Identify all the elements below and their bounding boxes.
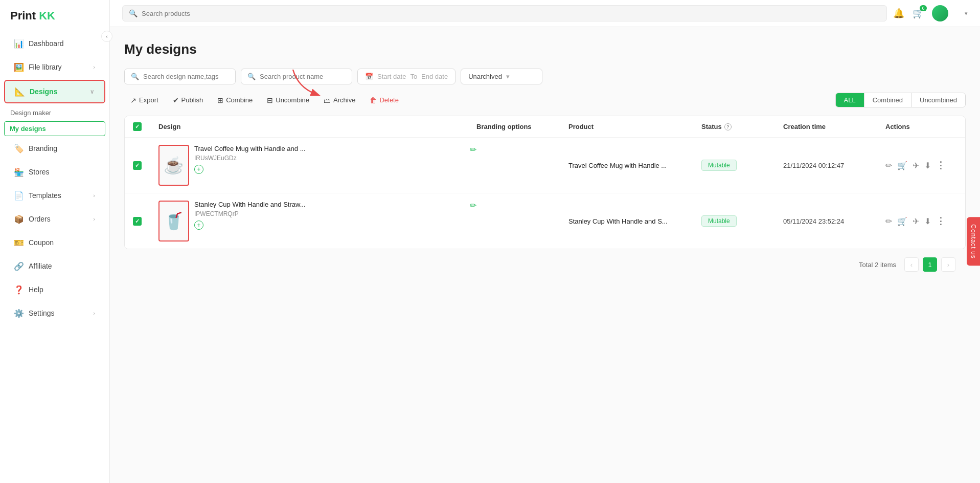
row1-edit-button[interactable]: ✏ <box>885 161 892 170</box>
row2-share-button[interactable]: ✈ <box>913 216 919 226</box>
row2-more-button[interactable]: ⋮ <box>936 215 945 227</box>
row2-product-name: Stanley Cup With Handle and S... <box>568 217 668 225</box>
row1-download-button[interactable]: ⬇ <box>924 161 931 170</box>
filter-tab-all[interactable]: ALL <box>836 93 864 107</box>
topbar-icons: 🔔 🛒 6 ▾ <box>893 5 968 21</box>
row2-edit-icon[interactable]: ✏ <box>470 201 476 210</box>
row1-cart-button[interactable]: 🛒 <box>897 161 907 170</box>
file-library-icon: 🖼️ <box>14 62 24 72</box>
th-checkbox: ✓ <box>133 122 158 131</box>
sidebar-item-orders[interactable]: 📦 Orders › <box>4 208 105 230</box>
end-date-label: End date <box>421 73 448 80</box>
topbar-search[interactable]: 🔍 <box>122 5 887 21</box>
logo-kk: KK <box>39 9 55 23</box>
status-info-icon[interactable]: ? <box>724 123 732 130</box>
contact-us-button[interactable]: Contact us <box>967 217 980 266</box>
sidebar-item-label: Orders <box>29 215 51 223</box>
row2-edit-button[interactable]: ✏ <box>885 216 892 226</box>
designs-submenu: Design maker My designs <box>0 104 109 137</box>
row1-status-cell: Mutable <box>701 160 783 171</box>
designs-table: ✓ Design Branding options Product Status… <box>124 116 966 249</box>
row1-design-id: IRUsWJEuGDz <box>194 155 465 162</box>
export-button[interactable]: ↗ Export <box>124 93 165 107</box>
search-design-input[interactable] <box>143 73 229 80</box>
date-range-filter[interactable]: 📅 Start date To End date <box>357 69 455 84</box>
sidebar: PrintKK 📊 Dashboard 🖼️ File library › 📐 … <box>0 0 110 483</box>
row2-actions: ✏ 🛒 ✈ ⬇ ⋮ <box>885 215 957 227</box>
logo-print: Print <box>10 9 36 23</box>
row2-add-button[interactable]: + <box>194 221 203 230</box>
notification-button[interactable]: 🔔 <box>893 8 904 19</box>
avatar[interactable] <box>932 5 948 21</box>
designs-icon: 📐 <box>15 87 25 96</box>
sidebar-item-designs[interactable]: 📐 Designs ∨ <box>4 80 105 103</box>
date-separator: To <box>410 73 417 80</box>
sidebar-item-label: Dashboard <box>29 39 64 48</box>
filter-bar: 🔍 🔍 📅 Start date To End date Unarchived … <box>124 69 966 84</box>
table-row: ✓ 🥤 Stanley Cup With Handle and Straw...… <box>125 193 965 249</box>
sidebar-item-dashboard[interactable]: 📊 Dashboard <box>4 33 105 54</box>
row1-share-button[interactable]: ✈ <box>913 161 919 170</box>
sidebar-item-settings[interactable]: ⚙️ Settings › <box>4 302 105 324</box>
sidebar-item-label: Affiliate <box>29 262 52 270</box>
export-icon: ↗ <box>130 96 136 104</box>
row2-time-value: 05/11/2024 23:52:24 <box>783 217 844 225</box>
sidebar-item-help[interactable]: ❓ Help <box>4 279 105 300</box>
row1-edit-icon[interactable]: ✏ <box>470 145 476 155</box>
row1-checkbox-cell: ✓ <box>133 161 158 170</box>
search-product-input[interactable] <box>260 73 346 80</box>
publish-icon: ✔ <box>173 96 179 104</box>
sidebar-item-coupon[interactable]: 🎫 Coupon <box>4 232 105 253</box>
archive-button[interactable]: 🗃 Archive <box>317 93 361 107</box>
row1-add-button[interactable]: + <box>194 165 203 174</box>
pagination-page-1[interactable]: 1 <box>923 257 937 272</box>
app-logo: PrintKK <box>0 0 109 32</box>
row2-checkbox[interactable]: ✓ <box>133 217 142 226</box>
sidebar-item-label: File library <box>29 63 62 71</box>
sidebar-item-file-library[interactable]: 🖼️ File library › <box>4 56 105 78</box>
row1-creation-time: 21/11/2024 00:12:47 <box>783 161 885 169</box>
status-filter[interactable]: Unarchived ▾ <box>461 69 542 84</box>
branding-icon: 🏷️ <box>14 144 24 153</box>
filter-tab-uncombined[interactable]: Uncombined <box>911 93 965 107</box>
cart-button[interactable]: 🛒 6 <box>913 8 924 19</box>
row1-product-name: Travel Coffee Mug with Handle ... <box>568 162 667 169</box>
uncombine-button[interactable]: ⊟ Uncombine <box>261 93 315 107</box>
row1-thumb-wrap: ☕ <box>158 145 189 186</box>
th-creation-time: Creation time <box>783 123 885 130</box>
sidebar-item-my-designs[interactable]: My designs <box>4 121 105 136</box>
sidebar-item-stores[interactable]: 🏪 Stores <box>4 161 105 183</box>
row2-download-button[interactable]: ⬇ <box>924 216 931 226</box>
search-icon: 🔍 <box>129 9 138 17</box>
user-dropdown-arrow[interactable]: ▾ <box>965 10 968 17</box>
combine-button[interactable]: ⊞ Combine <box>211 93 259 107</box>
sidebar-collapse-button[interactable]: ‹ <box>101 31 112 42</box>
pagination-prev[interactable]: ‹ <box>904 257 919 272</box>
row2-cart-button[interactable]: 🛒 <box>897 216 907 226</box>
th-actions: Actions <box>885 123 957 130</box>
row1-more-button[interactable]: ⋮ <box>936 160 945 171</box>
search-input[interactable] <box>142 10 880 17</box>
publish-button[interactable]: ✔ Publish <box>167 93 210 107</box>
row2-product-cell: Stanley Cup With Handle and S... <box>568 217 701 225</box>
delete-button[interactable]: 🗑 Delete <box>363 93 405 107</box>
templates-icon: 📄 <box>14 191 24 200</box>
sidebar-item-affiliate[interactable]: 🔗 Affiliate <box>4 255 105 277</box>
filter-tab-combined[interactable]: Combined <box>864 93 911 107</box>
row1-checkbox[interactable]: ✓ <box>133 161 142 170</box>
row1-design-name: Travel Coffee Mug with Handle and ... <box>194 145 465 152</box>
archive-icon: 🗃 <box>324 96 331 104</box>
sidebar-item-templates[interactable]: 📄 Templates › <box>4 185 105 206</box>
select-all-checkbox[interactable]: ✓ <box>133 122 142 131</box>
sidebar-item-branding[interactable]: 🏷️ Branding <box>4 138 105 159</box>
pagination-next[interactable]: › <box>941 257 955 272</box>
row1-time-value: 21/11/2024 00:12:47 <box>783 162 844 169</box>
search-design-input-wrap[interactable]: 🔍 <box>124 69 236 84</box>
th-product: Product <box>568 123 701 130</box>
help-icon: ❓ <box>14 285 24 294</box>
sidebar-item-design-maker[interactable]: Design maker <box>4 105 105 121</box>
trash-icon: 🗑 <box>370 96 377 104</box>
search-product-input-wrap[interactable]: 🔍 <box>241 69 352 84</box>
row1-actions: ✏ 🛒 ✈ ⬇ ⋮ <box>885 160 957 171</box>
chevron-down-icon: ▾ <box>506 73 535 80</box>
